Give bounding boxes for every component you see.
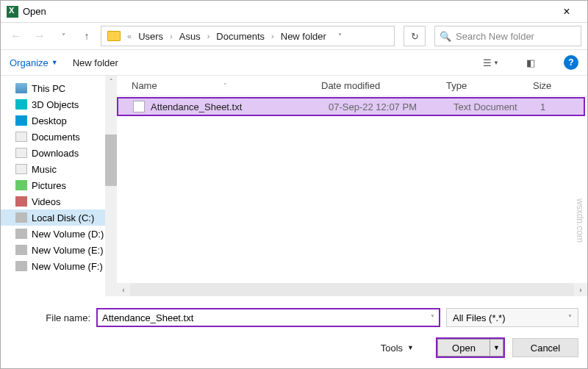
pictures-icon [15, 180, 27, 190]
bottom-panel: File name: Attendance_Sheet.txt ˅ All Fi… [1, 296, 587, 367]
filename-row: File name: Attendance_Sheet.txt ˅ All Fi… [10, 308, 578, 327]
sidebar-item-videos[interactable]: Videos [1, 193, 117, 209]
chevron-down-icon: ▼ [407, 344, 414, 351]
breadcrumb-prefix: « [125, 32, 134, 40]
column-headers: Name˄ Date modified Type Size [117, 76, 587, 96]
breadcrumb-item[interactable]: Users [135, 29, 166, 43]
chevron-down-icon: ▼ [51, 59, 58, 66]
pc-icon [15, 83, 27, 93]
chevron-down-icon[interactable]: ˅ [431, 314, 434, 322]
sidebar-item-desktop[interactable]: Desktop [1, 112, 117, 129]
sidebar-item-new-volume-f[interactable]: New Volume (F:) [1, 258, 117, 274]
list-icon: ☰ [483, 57, 492, 68]
search-input[interactable]: 🔍 Search New folder [434, 26, 581, 46]
dialog-body: This PC 3D Objects Desktop Documents Dow… [1, 76, 587, 296]
organize-menu[interactable]: Organize ▼ [10, 57, 58, 68]
cancel-button[interactable]: Cancel [512, 338, 578, 357]
file-type-filter[interactable]: All Files (*.*) ˅ [446, 308, 578, 327]
sidebar-item-downloads[interactable]: Downloads [1, 145, 117, 161]
sidebar-item-new-volume-d[interactable]: New Volume (D:) [1, 226, 117, 242]
breadcrumb-item[interactable]: Documents [213, 29, 268, 43]
sort-caret-icon: ˄ [223, 82, 227, 90]
chevron-down-icon: ▼ [493, 60, 499, 66]
open-button[interactable]: Open [437, 339, 490, 357]
sidebar-scrollbar-thumb[interactable] [105, 135, 117, 186]
disk-icon [15, 229, 27, 239]
window-title: Open [23, 6, 552, 17]
chevron-right-icon: › [168, 32, 175, 40]
filename-input[interactable]: Attendance_Sheet.txt ˅ [96, 308, 440, 327]
documents-icon [15, 132, 27, 142]
tools-menu[interactable]: Tools ▼ [381, 343, 414, 354]
scrollbar-track[interactable] [130, 283, 574, 296]
file-name: Attendance_Sheet.txt [151, 101, 329, 112]
close-button[interactable]: × [552, 5, 581, 18]
sidebar-item-3d-objects[interactable]: 3D Objects [1, 96, 117, 112]
disk-icon [15, 245, 27, 255]
column-header-name[interactable]: Name˄ [132, 80, 321, 91]
sidebar-item-local-disk-c[interactable]: Local Disk (C:) [1, 209, 117, 226]
disk-icon [15, 261, 27, 271]
desktop-icon [15, 115, 27, 126]
sidebar-item-this-pc[interactable]: This PC [1, 80, 117, 96]
folder-icon [107, 31, 121, 41]
horizontal-scrollbar[interactable]: ‹ › [117, 283, 587, 296]
preview-icon: ◧ [526, 57, 535, 68]
file-type: Text Document [453, 101, 540, 112]
excel-icon [7, 6, 18, 18]
file-row[interactable]: Attendance_Sheet.txt 07-Sep-22 12:07 PM … [117, 97, 585, 116]
refresh-button[interactable]: ↻ [404, 26, 426, 46]
recent-dropdown[interactable]: ˅ [54, 26, 73, 46]
sidebar-item-documents[interactable]: Documents [1, 129, 117, 145]
view-options-button[interactable]: ☰ ▼ [478, 54, 503, 71]
preview-pane-button[interactable]: ◧ [518, 54, 543, 71]
file-date-modified: 07-Sep-22 12:07 PM [329, 101, 453, 112]
up-button[interactable]: ↑ [77, 26, 96, 46]
breadcrumb-item[interactable]: New folder [278, 29, 329, 43]
downloads-icon [15, 148, 27, 158]
sidebar-item-pictures[interactable]: Pictures [1, 177, 117, 193]
search-placeholder: Search New folder [456, 31, 534, 42]
column-header-type[interactable]: Type [446, 80, 533, 91]
filter-label: All Files (*.*) [453, 312, 506, 323]
sidebar: This PC 3D Objects Desktop Documents Dow… [1, 76, 117, 296]
nav-row: ← → ˅ ↑ « Users › Asus › Documents › New… [1, 23, 587, 49]
open-split-button[interactable]: ▼ [490, 339, 503, 357]
file-size: 1 [540, 101, 545, 112]
disk-icon [15, 212, 27, 223]
address-bar[interactable]: « Users › Asus › Documents › New folder … [101, 26, 395, 46]
sidebar-item-new-volume-e[interactable]: New Volume (E:) [1, 242, 117, 258]
text-file-icon [133, 101, 145, 112]
sidebar-scrollbar[interactable] [105, 80, 117, 296]
3d-icon [15, 99, 27, 110]
file-list-area: Name˄ Date modified Type Size Attendance… [117, 76, 587, 296]
breadcrumb-item[interactable]: Asus [176, 29, 204, 43]
forward-button[interactable]: → [30, 26, 49, 46]
scroll-right-button[interactable]: › [574, 283, 587, 296]
filename-label: File name: [10, 312, 90, 323]
help-button[interactable]: ? [564, 55, 578, 70]
open-button-group: Open ▼ [436, 337, 505, 358]
watermark: wsxdn.com [575, 198, 585, 243]
toolbar: Organize ▼ New folder ☰ ▼ ◧ ? [1, 49, 587, 76]
column-header-date-modified[interactable]: Date modified [321, 80, 446, 91]
search-icon: 🔍 [440, 31, 451, 42]
back-button[interactable]: ← [7, 26, 26, 46]
filename-value: Attendance_Sheet.txt [102, 312, 193, 323]
button-row: Tools ▼ Open ▼ Cancel [10, 337, 578, 358]
chevron-down-icon: ˅ [568, 314, 572, 322]
sidebar-item-music[interactable]: Music [1, 161, 117, 177]
scroll-left-button[interactable]: ‹ [117, 283, 130, 296]
chevron-right-icon: › [205, 32, 212, 40]
chevron-right-icon: › [269, 32, 276, 40]
new-folder-button[interactable]: New folder [73, 57, 118, 68]
title-bar: Open × [1, 1, 587, 23]
column-header-size[interactable]: Size [533, 80, 587, 91]
music-icon [15, 164, 27, 174]
videos-icon [15, 196, 27, 207]
address-dropdown[interactable]: ˅ [331, 32, 342, 40]
